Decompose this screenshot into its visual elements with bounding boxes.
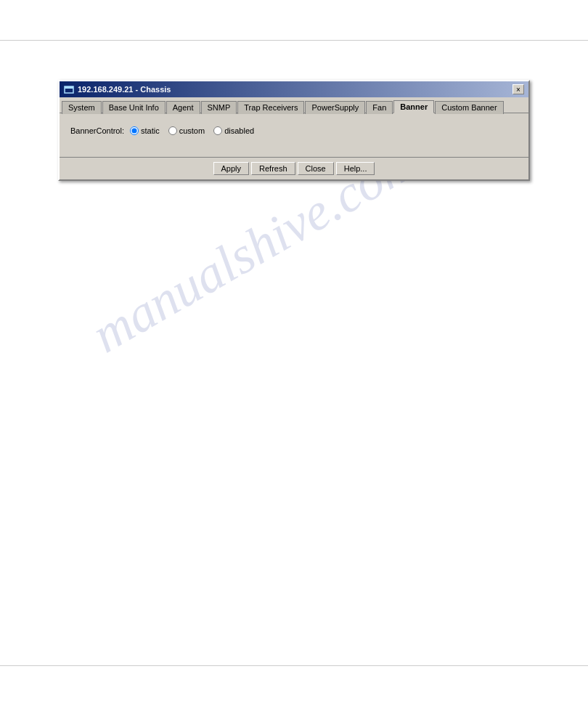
close-button[interactable]: Close [298,162,334,175]
banner-control-label: BannerControl: [70,126,124,135]
refresh-button[interactable]: Refresh [251,162,295,175]
tab-trap-receivers[interactable]: Trap Receivers [237,101,304,114]
tab-banner[interactable]: Banner [393,100,434,113]
tab-base-unit-info[interactable]: Base Unit Info [102,101,166,114]
radio-disabled[interactable]: disabled [213,126,254,135]
radio-custom[interactable]: custom [168,126,205,135]
tab-agent[interactable]: Agent [166,101,200,114]
svg-rect-1 [65,86,73,89]
top-divider [0,40,588,41]
tab-bar: System Base Unit Info Agent SNMP Trap Re… [60,97,528,113]
window-close-button[interactable]: × [513,84,524,94]
tab-power-supply[interactable]: PowerSupply [305,101,365,114]
radio-disabled-input[interactable] [213,126,222,135]
radio-static-input[interactable] [130,126,139,135]
content-area: BannerControl: static custom disabled [60,113,528,157]
banner-control-row: BannerControl: static custom disabled [67,121,521,141]
bottom-divider [0,665,588,666]
title-bar-left: 192.168.249.21 - Chassis [64,84,171,94]
window-title: 192.168.249.21 - Chassis [78,85,171,94]
tab-snmp[interactable]: SNMP [201,101,237,114]
tab-fan[interactable]: Fan [366,101,393,114]
radio-static[interactable]: static [130,126,160,135]
radio-disabled-label: disabled [224,126,254,135]
title-bar: 192.168.249.21 - Chassis × [60,81,528,97]
main-window: 192.168.249.21 - Chassis × System Base U… [58,80,530,181]
button-bar: Apply Refresh Close Help... [60,157,528,179]
radio-custom-label: custom [179,126,205,135]
help-button[interactable]: Help... [336,162,375,175]
apply-button[interactable]: Apply [213,162,250,175]
tab-system[interactable]: System [62,101,102,114]
radio-static-label: static [141,126,160,135]
tab-custom-banner[interactable]: Custom Banner [435,101,503,114]
radio-custom-input[interactable] [168,126,177,135]
radio-group: static custom disabled [130,126,254,135]
window-icon [64,84,74,94]
